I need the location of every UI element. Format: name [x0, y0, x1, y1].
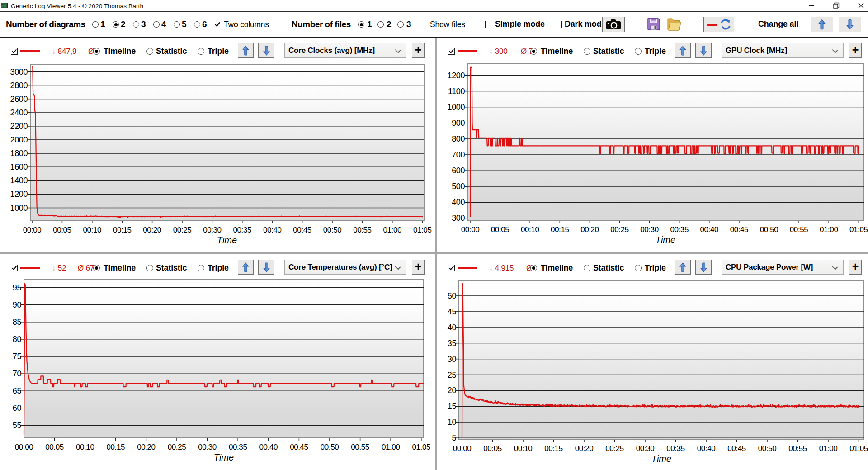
- svg-text:00:40: 00:40: [697, 444, 716, 453]
- svg-text:20: 20: [448, 386, 457, 395]
- svg-text:00:20: 00:20: [575, 444, 594, 453]
- svg-text:00:00: 00:00: [453, 444, 472, 453]
- svg-text:01:05: 01:05: [849, 444, 868, 453]
- svg-text:45: 45: [448, 307, 457, 316]
- svg-text:00:15: 00:15: [544, 444, 563, 453]
- svg-text:30: 30: [448, 355, 457, 364]
- svg-text:40: 40: [448, 323, 457, 332]
- svg-text:00:55: 00:55: [788, 444, 807, 453]
- svg-text:Time: Time: [651, 454, 671, 464]
- svg-text:25: 25: [448, 370, 457, 380]
- svg-text:00:50: 00:50: [758, 444, 777, 453]
- svg-text:10: 10: [448, 418, 457, 427]
- svg-text:00:35: 00:35: [666, 444, 685, 453]
- svg-text:01:00: 01:00: [819, 444, 838, 453]
- svg-text:50: 50: [448, 291, 457, 300]
- svg-text:00:05: 00:05: [483, 444, 502, 453]
- svg-text:35: 35: [448, 339, 457, 348]
- svg-text:00:45: 00:45: [727, 444, 746, 453]
- svg-text:00:10: 00:10: [514, 444, 533, 453]
- svg-text:15: 15: [448, 402, 457, 411]
- svg-text:5: 5: [452, 433, 456, 442]
- svg-text:00:25: 00:25: [605, 444, 624, 453]
- svg-text:00:30: 00:30: [636, 444, 655, 453]
